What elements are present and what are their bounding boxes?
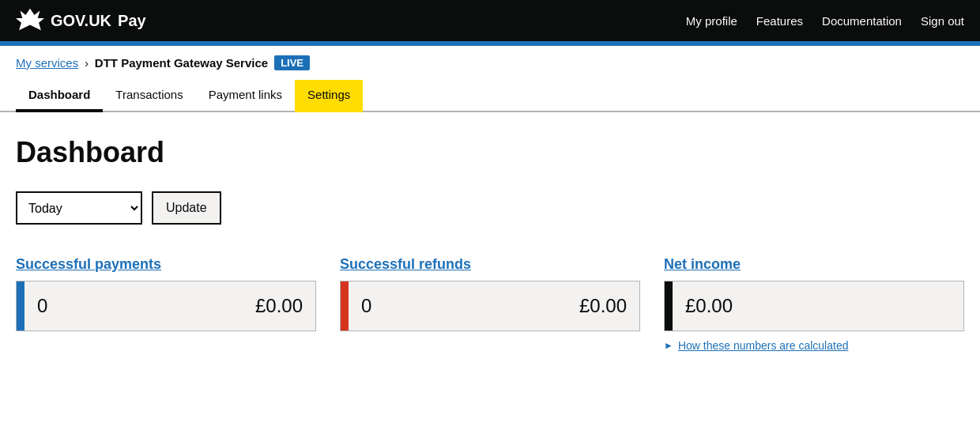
update-button[interactable]: Update bbox=[152, 191, 221, 225]
documentation-link[interactable]: Documentation bbox=[822, 14, 902, 28]
payments-bar bbox=[17, 281, 24, 331]
payments-amount: £0.00 bbox=[255, 295, 303, 317]
successful-refunds-link[interactable]: Successful refunds bbox=[340, 256, 640, 273]
logo-pay: Pay bbox=[118, 12, 146, 30]
net-income-values: £0.00 bbox=[673, 281, 963, 331]
features-link[interactable]: Features bbox=[756, 14, 803, 28]
successful-refunds-card: Successful refunds 0 £0.00 bbox=[340, 256, 640, 331]
my-services-link[interactable]: My services bbox=[16, 56, 78, 70]
refunds-amount: £0.00 bbox=[579, 295, 627, 317]
net-income-box: £0.00 bbox=[664, 281, 964, 331]
triangle-icon: ► bbox=[664, 340, 673, 351]
how-calculated-link[interactable]: How these numbers are calculated bbox=[678, 339, 849, 352]
gov-uk-pay-logo[interactable]: GOV.UK Pay bbox=[16, 8, 146, 33]
tab-settings[interactable]: Settings bbox=[295, 80, 363, 112]
live-badge: LIVE bbox=[274, 55, 310, 70]
breadcrumb-separator: › bbox=[85, 57, 89, 70]
main-nav: My profile Features Documentation Sign o… bbox=[686, 14, 964, 28]
breadcrumb-current: DTT Payment Gateway Service bbox=[95, 56, 268, 70]
stats-row: Successful payments 0 £0.00 Successful r… bbox=[16, 256, 964, 352]
refunds-values: 0 £0.00 bbox=[349, 281, 639, 331]
filter-row: Today Yesterday Last 7 days Last 30 days… bbox=[16, 191, 964, 225]
successful-payments-card: Successful payments 0 £0.00 bbox=[16, 256, 316, 331]
tabs-nav: Dashboard Transactions Payment links Set… bbox=[0, 80, 980, 112]
successful-refunds-box: 0 £0.00 bbox=[340, 281, 640, 331]
payments-count: 0 bbox=[37, 295, 47, 317]
refunds-count: 0 bbox=[361, 295, 371, 317]
net-income-card: Net income £0.00 ► How these numbers are… bbox=[664, 256, 964, 352]
refunds-bar bbox=[341, 281, 349, 331]
net-income-bar bbox=[665, 281, 673, 331]
net-income-link[interactable]: Net income bbox=[664, 256, 964, 273]
successful-payments-link[interactable]: Successful payments bbox=[16, 256, 316, 273]
my-profile-link[interactable]: My profile bbox=[686, 14, 737, 28]
site-header: GOV.UK Pay My profile Features Documenta… bbox=[0, 0, 980, 41]
breadcrumb: My services › DTT Payment Gateway Servic… bbox=[0, 46, 980, 80]
tab-transactions[interactable]: Transactions bbox=[103, 80, 195, 112]
successful-payments-box: 0 £0.00 bbox=[16, 281, 316, 331]
sign-out-link[interactable]: Sign out bbox=[921, 14, 964, 28]
period-select[interactable]: Today Yesterday Last 7 days Last 30 days bbox=[16, 191, 142, 225]
page-title: Dashboard bbox=[16, 136, 964, 169]
tab-payment-links[interactable]: Payment links bbox=[196, 80, 295, 112]
net-income-amount: £0.00 bbox=[685, 295, 733, 317]
logo-govuk: GOV.UK bbox=[51, 12, 111, 30]
main-content: Dashboard Today Yesterday Last 7 days La… bbox=[0, 112, 980, 376]
net-income-helper: ► How these numbers are calculated bbox=[664, 339, 964, 352]
payments-values: 0 £0.00 bbox=[24, 281, 315, 331]
tab-dashboard[interactable]: Dashboard bbox=[16, 80, 103, 112]
